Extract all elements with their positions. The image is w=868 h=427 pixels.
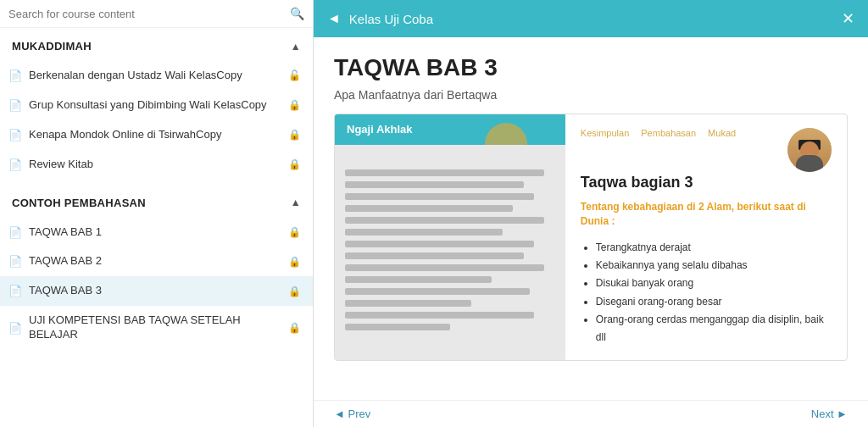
- slide-right: Kesimpulan Pembahasan Mukad Taq: [565, 114, 847, 360]
- page-icon: 📄: [8, 226, 22, 239]
- bullet-item-3: Disukai banyak orang: [596, 274, 832, 291]
- item-label: Berkenalan dengan Ustadz Wali KelasCopy: [29, 69, 281, 83]
- list-item-active[interactable]: 📄 TAQWA BAB 3 🔒: [0, 276, 313, 306]
- page-icon: 📄: [8, 285, 22, 297]
- lock-icon: 🔒: [288, 129, 301, 141]
- page-icon: 📄: [8, 158, 22, 171]
- text-line: [345, 324, 450, 330]
- section-title-contoh: CONTOH PEMBAHASAN: [12, 197, 146, 209]
- slide-bullet-list: Terangkatnya derajat Kebaikannya yang se…: [581, 239, 832, 347]
- bullet-item-5: Orang-orang cerdas menganggap dia disipl…: [596, 311, 832, 346]
- nav-item-kesimpulan[interactable]: Kesimpulan: [581, 128, 629, 138]
- page-icon: 📄: [8, 129, 22, 141]
- avatar: [787, 128, 832, 172]
- text-line: [345, 276, 492, 283]
- chevron-up-icon: ▲: [291, 41, 301, 53]
- list-item[interactable]: 📄 Review Kitab 🔒: [0, 150, 313, 180]
- text-line: [345, 264, 544, 271]
- slide-left: Ngaji Akhlak: [335, 114, 565, 360]
- page-icon: 📄: [8, 255, 22, 268]
- text-line: [345, 312, 534, 319]
- list-item[interactable]: 📄 Berkenalan dengan Ustadz Wali KelasCop…: [0, 61, 313, 91]
- modal-title: Kelas Uji Coba: [349, 12, 833, 26]
- item-label: Kenapa Mondok Online di TsirwahCopy: [29, 128, 281, 142]
- page-title: TAQWA BAB 3: [334, 54, 848, 81]
- lock-icon: 🔒: [288, 322, 301, 334]
- section-header-contoh[interactable]: CONTOH PEMBAHASAN ▲: [0, 185, 313, 218]
- slide-inner: Ngaji Akhlak: [335, 114, 847, 360]
- page-icon: 📄: [8, 99, 22, 112]
- lock-icon: 🔒: [288, 99, 301, 111]
- bullet-item-2: Kebaikannya yang selalu dibahas: [596, 257, 832, 274]
- prev-button[interactable]: ◄ Prev: [334, 408, 370, 420]
- lock-icon: 🔓: [288, 69, 301, 81]
- item-label: Grup Konsultasi yang Dibimbing Wali Kela…: [29, 98, 281, 113]
- slide-title: Taqwa bagian 3: [581, 174, 832, 191]
- content-body: TAQWA BAB 3 Apa Manfaatnya dari Bertaqwa…: [314, 37, 868, 400]
- text-line: [345, 288, 530, 295]
- content-subtitle: Apa Manfaatnya dari Bertaqwa: [334, 88, 848, 102]
- list-item[interactable]: 📄 Grup Konsultasi yang Dibimbing Wali Ke…: [0, 91, 313, 120]
- bullet-item-4: Disegani orang-orang besar: [596, 293, 832, 310]
- list-item[interactable]: 📄 TAQWA BAB 2 🔒: [0, 247, 313, 276]
- text-line: [345, 181, 524, 188]
- book-image: [335, 145, 565, 360]
- bullet-item-1: Terangkatnya derajat: [596, 239, 832, 256]
- section-title-mukaddimah: MUKADDIMAH: [12, 40, 92, 53]
- sidebar: 🔍 MUKADDIMAH ▲ 📄 Berkenalan dengan Ustad…: [0, 0, 314, 427]
- chevron-up-icon-2: ▲: [291, 197, 301, 208]
- text-line: [345, 193, 534, 200]
- lock-icon: 🔒: [288, 256, 301, 268]
- nav-item-pembahasan[interactable]: Pembahasan: [641, 128, 696, 138]
- slide-subtitle: Tentang kebahagiaan di 2 Alam, berikut s…: [581, 200, 832, 229]
- text-line: [345, 217, 544, 224]
- modal-header: ◄ Kelas Uji Coba ✕: [314, 0, 868, 37]
- text-line: [345, 300, 471, 307]
- sidebar-content: MUKADDIMAH ▲ 📄 Berkenalan dengan Ustadz …: [0, 28, 313, 427]
- search-bar: 🔍: [0, 0, 313, 28]
- text-line: [345, 229, 503, 236]
- slide-container: Ngaji Akhlak: [334, 114, 848, 361]
- lock-icon: 🔒: [288, 158, 301, 170]
- item-label: UJI KOMPETENSI BAB TAQWA SETELAH BELAJAR: [29, 313, 281, 342]
- main-content: ◄ Kelas Uji Coba ✕ TAQWA BAB 3 Apa Manfa…: [314, 0, 868, 427]
- page-icon: 📄: [8, 69, 22, 82]
- search-input[interactable]: [8, 8, 290, 20]
- list-item[interactable]: 📄 Kenapa Mondok Online di TsirwahCopy 🔒: [0, 120, 313, 150]
- section-header-mukaddimah[interactable]: MUKADDIMAH ▲: [0, 28, 313, 61]
- slide-top-bar: Kesimpulan Pembahasan Mukad: [581, 128, 832, 143]
- item-label: Review Kitab: [29, 158, 281, 172]
- avatar-body: [796, 155, 823, 172]
- book-label: Ngaji Akhlak: [347, 123, 413, 136]
- page-icon: 📄: [8, 322, 22, 335]
- back-button[interactable]: ◄: [327, 12, 341, 25]
- search-icon: 🔍: [290, 7, 304, 20]
- avatar-face: [787, 128, 832, 172]
- next-button[interactable]: Next ►: [811, 408, 848, 420]
- text-line: [345, 205, 513, 212]
- content-footer: ◄ Prev Next ►: [314, 400, 868, 427]
- item-label: TAQWA BAB 1: [29, 225, 281, 240]
- item-label: TAQWA BAB 3: [29, 284, 281, 298]
- list-item[interactable]: 📄 UJI KOMPETENSI BAB TAQWA SETELAH BELAJ…: [0, 306, 313, 350]
- text-line: [345, 169, 544, 176]
- text-line: [345, 252, 524, 259]
- arabic-text-lines: [335, 161, 565, 344]
- text-line: [345, 241, 534, 247]
- slide-nav: Kesimpulan Pembahasan Mukad: [581, 128, 736, 138]
- list-item[interactable]: 📄 TAQWA BAB 1 🔒: [0, 218, 313, 247]
- lock-icon: 🔒: [288, 226, 301, 238]
- close-button[interactable]: ✕: [842, 9, 854, 28]
- nav-item-mukad[interactable]: Mukad: [708, 128, 736, 138]
- lock-icon: 🔒: [288, 286, 301, 297]
- item-label: TAQWA BAB 2: [29, 254, 281, 269]
